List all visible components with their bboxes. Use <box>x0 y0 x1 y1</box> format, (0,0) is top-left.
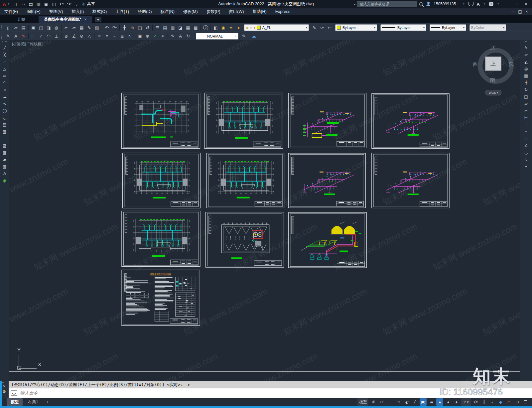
command-prompt-icon[interactable]: ▸_▾ <box>11 390 17 396</box>
lineweight-display-icon[interactable]: ≣ <box>428 398 435 406</box>
dim-edit-icon[interactable]: ✎ <box>169 33 176 40</box>
undo-icon[interactable]: ↶▾ <box>58 1 65 7</box>
join-icon[interactable]: ⊔ <box>522 135 530 142</box>
dimstyle-dropdown[interactable]: NORMAL ✓ <box>196 33 238 40</box>
mtext-icon[interactable]: A <box>12 33 19 40</box>
qat-menu-icon[interactable]: ⌄ <box>73 1 80 7</box>
cut-icon[interactable]: ✂ <box>63 24 70 31</box>
dim-ordinate-icon[interactable]: ⊥ <box>53 33 60 40</box>
object-snap-icon[interactable]: ▣▾ <box>420 398 427 406</box>
dim-style-icon[interactable]: ✎ <box>240 33 247 40</box>
doc-minimize-button[interactable]: — <box>510 9 517 14</box>
minimize-button[interactable]: — <box>503 2 509 6</box>
layer-walk-icon[interactable]: ▥ <box>169 24 176 31</box>
workspace-switch-icon[interactable]: ⚙▾ <box>472 398 479 406</box>
break-at-point-icon[interactable]: ┆ <box>522 121 530 128</box>
search-input[interactable] <box>357 1 417 7</box>
search-icon[interactable] <box>419 2 423 6</box>
rotate-icon[interactable]: ↻ <box>522 86 530 93</box>
dim-jogged-icon[interactable]: ∠ <box>70 33 77 40</box>
region-icon[interactable]: ▰ <box>1 156 9 163</box>
find-replace-icon[interactable]: ✎ <box>20 33 27 40</box>
annotation-scale-value[interactable]: 1:1▾ <box>461 398 471 406</box>
save-as-icon[interactable]: ▥ <box>35 1 42 7</box>
dim-continue-icon[interactable]: ⋯ <box>111 33 118 40</box>
toolbar-grip[interactable] <box>1 25 3 30</box>
paste-icon[interactable]: ▦ <box>78 24 85 31</box>
save-icon[interactable]: ▤ <box>28 1 35 7</box>
express-cloud-icon[interactable]: ☁ <box>250 33 257 40</box>
wcs-dropdown[interactable]: WCS▾ <box>485 90 501 95</box>
layer-translate-icon[interactable]: ◪ <box>177 24 184 31</box>
search-expand-icon[interactable]: ▸ <box>354 3 355 6</box>
match-properties-icon[interactable]: ✎ <box>86 24 93 31</box>
lineweight-dropdown[interactable]: ByLayer ▾ <box>430 24 466 31</box>
dim-stacked-icon[interactable]: ≣ <box>119 33 126 40</box>
move-icon[interactable]: ╋ <box>522 79 530 86</box>
tab-start[interactable]: 开始 <box>12 16 31 23</box>
help-icon[interactable]: ? <box>489 2 493 6</box>
create-block-icon[interactable]: ▦ <box>1 128 9 135</box>
scale-icon[interactable]: ◱ <box>522 93 530 100</box>
plot-preview-icon[interactable]: ◫ <box>38 24 45 31</box>
menu-item-3[interactable]: 插入(I) <box>67 8 88 15</box>
layer-dropdown[interactable]: ◉ ☀ ● A_FL ▾ <box>244 24 309 31</box>
viewport-controls-label[interactable]: [-][俯视][二维线框] <box>12 42 43 47</box>
toolbar-grip[interactable] <box>2 41 7 43</box>
dim-baseline-icon[interactable]: ≡ <box>103 33 110 40</box>
viewcube-north[interactable]: 北 <box>490 45 495 51</box>
annotation-visibility-icon[interactable]: ▲ <box>436 398 443 406</box>
text-edit-icon[interactable]: ✎ <box>5 33 12 40</box>
clean-screen-icon[interactable]: ⊡ <box>514 398 521 406</box>
menu-item-12[interactable]: Express <box>271 8 295 15</box>
tab-model[interactable]: 模型 <box>7 398 23 406</box>
layer-isolate-icon[interactable]: ◧ <box>212 24 219 31</box>
fillet-icon[interactable]: ◡ <box>522 149 530 156</box>
new-tab-button[interactable]: + <box>95 17 101 22</box>
viewcube[interactable]: 北 南 西 东 上 WCS▾ <box>476 47 515 96</box>
copy-clip-icon[interactable]: ▱ <box>70 24 77 31</box>
plot-icon[interactable]: ▣ <box>30 24 37 31</box>
doc-restore-button[interactable]: ◱ <box>517 9 523 14</box>
viewcube-west[interactable]: 西 <box>473 61 478 68</box>
center-mark-icon[interactable]: ⊕ <box>144 33 151 40</box>
zoom-window-icon[interactable]: ◱ <box>136 24 143 31</box>
layer-states-icon[interactable]: ▤ <box>162 24 169 31</box>
open-folder-icon[interactable]: ▱ <box>20 1 27 7</box>
menu-item-2[interactable]: 视图(V) <box>45 8 67 15</box>
mirror-icon[interactable]: ◭ <box>522 58 530 65</box>
new-file-icon[interactable]: ▯ <box>5 24 12 31</box>
dim-update-icon[interactable]: ↻ <box>185 33 192 40</box>
layer-match-icon[interactable]: ✑ <box>319 24 326 31</box>
layer-lock-icon[interactable]: ● <box>235 24 242 31</box>
color-dropdown[interactable]: ByLayer ▾ <box>335 24 377 31</box>
menu-item-1[interactable]: 编辑(E) <box>22 8 45 15</box>
toolbar-grip[interactable] <box>524 41 528 43</box>
undo-icon[interactable]: ↶▾ <box>103 24 110 31</box>
revision-cloud-icon[interactable]: ☁ <box>1 93 9 100</box>
quickcalc-icon[interactable]: ▩ <box>192 24 199 31</box>
command-close-icon[interactable]: ✕ <box>3 384 6 388</box>
break-icon[interactable]: ┄ <box>522 128 530 135</box>
help-icon[interactable]: ? <box>202 24 209 31</box>
tab-layout1[interactable]: 布局1 <box>24 398 42 406</box>
dim-angular-icon[interactable]: △ <box>86 33 93 40</box>
offset-icon[interactable]: ◎ <box>522 65 530 72</box>
dim-space-icon[interactable]: ≈ <box>159 33 166 40</box>
table-icon[interactable]: ▦ <box>1 163 9 170</box>
account-name[interactable]: 1505999135... <box>434 2 459 6</box>
ellipse-icon[interactable]: ◯ <box>1 107 9 114</box>
line-icon[interactable]: ╱ <box>1 44 9 51</box>
graphics-performance-icon[interactable]: ◆ <box>497 398 504 406</box>
isodraft-icon[interactable]: ◮▾ <box>403 398 410 406</box>
polyline-icon[interactable]: ⌐ <box>1 58 9 65</box>
snap-mode-icon[interactable]: ∷▾ <box>378 398 385 406</box>
menu-item-10[interactable]: 窗口(W) <box>224 8 248 15</box>
open-folder-icon[interactable]: ▱ <box>12 24 19 31</box>
menu-item-9[interactable]: 参数(P) <box>202 8 225 15</box>
dim-aligned-icon[interactable]: ∕ <box>38 33 45 40</box>
point-style-icon[interactable]: ◉ <box>1 177 9 184</box>
toolbar-grip[interactable] <box>1 34 3 39</box>
user-avatar-icon[interactable] <box>426 4 430 6</box>
viewcube-east[interactable]: 东 <box>508 61 513 68</box>
